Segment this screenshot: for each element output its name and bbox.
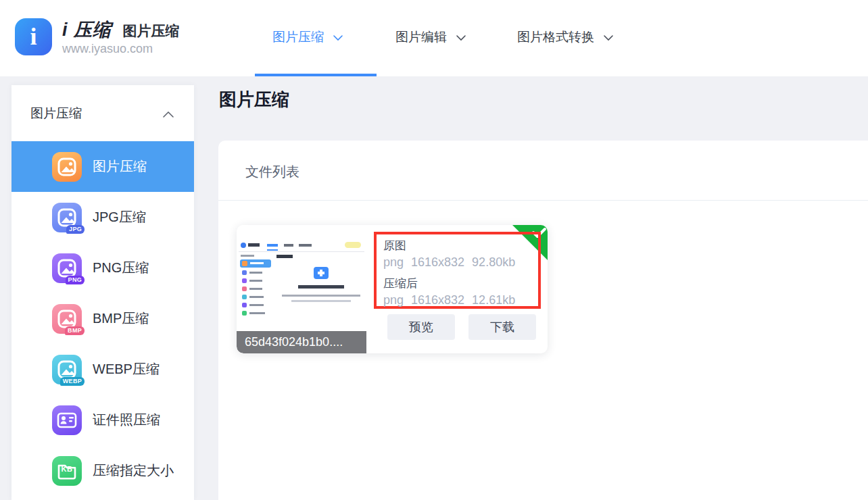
- sidebar-item-bmp-compress[interactable]: BMP BMP压缩: [11, 293, 194, 344]
- file-thumbnail-preview: [239, 240, 364, 318]
- sidebar-item-id-photo-compress[interactable]: 证件照压缩: [11, 395, 194, 445]
- file-card: 65d43f024b1b0.... 原图 png 1616x832 92.80k…: [237, 225, 548, 353]
- divider: [218, 200, 868, 201]
- original-label: 原图: [383, 238, 538, 254]
- preview-button[interactable]: 预览: [387, 314, 455, 340]
- file-list-title: 文件列表: [245, 163, 299, 181]
- sidebar-group-image-compress[interactable]: 图片压缩: [11, 85, 194, 141]
- file-info-annotation-box: 原图 png 1616x832 92.80kb 压缩后 png 1616x832…: [374, 232, 541, 309]
- brand-logo-icon[interactable]: i: [15, 18, 52, 55]
- file-list-panel: 文件列表: [218, 141, 868, 500]
- compress-to-size-icon: KB: [52, 456, 82, 486]
- logo-letter: i: [30, 24, 37, 49]
- chevron-down-icon: [604, 30, 613, 45]
- filename-bar: 65d43f024b1b0....: [237, 331, 366, 353]
- sidebar: 图片压缩 图片压缩 JPG JPG压缩 PNG PNG压缩 BMP BMP压缩: [11, 85, 194, 500]
- chevron-down-icon: [456, 30, 466, 45]
- sidebar-item-image-compress[interactable]: 图片压缩: [11, 141, 194, 192]
- nav-item-image-compress[interactable]: 图片压缩: [272, 0, 343, 74]
- brand-product: 图片压缩: [122, 23, 179, 39]
- filename-text: 65d43f024b1b0....: [245, 335, 343, 349]
- webp-compress-icon: WEBP: [52, 355, 82, 384]
- sidebar-item-png-compress[interactable]: PNG PNG压缩: [11, 243, 194, 293]
- compressed-label: 压缩后: [383, 276, 538, 292]
- sidebar-item-webp-compress[interactable]: WEBP WEBP压缩: [11, 344, 194, 395]
- brand-name: i 压缩: [62, 20, 112, 40]
- sidebar-item-compress-to-size[interactable]: KB 压缩指定大小: [11, 445, 194, 496]
- file-thumbnail[interactable]: 65d43f024b1b0....: [237, 225, 366, 353]
- image-compress-icon: [52, 152, 82, 182]
- jpg-compress-icon: JPG: [52, 203, 82, 232]
- id-photo-compress-icon: [52, 405, 82, 435]
- page-title: 图片压缩: [219, 88, 289, 111]
- png-compress-icon: PNG: [52, 253, 82, 283]
- compressed-info: png 1616x832 12.61kb: [383, 292, 538, 308]
- original-info: png 1616x832 92.80kb: [383, 254, 538, 270]
- app-header: i i 压缩 图片压缩 www.iyasuo.com 图片压缩 图片编辑 图片格…: [0, 0, 868, 76]
- active-nav-underline: [255, 74, 377, 76]
- nav-item-image-edit[interactable]: 图片编辑: [395, 0, 466, 74]
- brand-url: www.iyasuo.com: [62, 42, 153, 56]
- brand-title: i 压缩 图片压缩: [62, 18, 179, 42]
- chevron-up-icon: [163, 106, 174, 121]
- nav-item-format-convert[interactable]: 图片格式转换: [517, 0, 613, 74]
- download-button[interactable]: 下载: [468, 314, 536, 340]
- bmp-compress-icon: BMP: [52, 304, 82, 334]
- sidebar-item-jpg-compress[interactable]: JPG JPG压缩: [11, 192, 194, 243]
- chevron-down-icon: [333, 30, 343, 45]
